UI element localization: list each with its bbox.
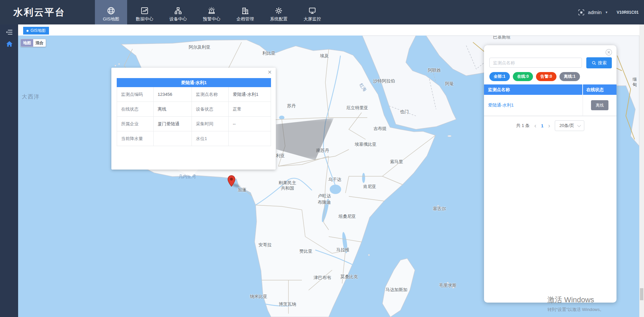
nav-label: GIS地图 [103, 16, 119, 22]
search-button-label: 搜索 [598, 60, 607, 66]
popup-table-row: 所属企业 厦门爱陆通 采集时间 -- [117, 117, 271, 131]
monitor-icon [308, 6, 317, 15]
header-point-name: 监测点名称 [484, 84, 582, 95]
page-scrollbar[interactable] [639, 24, 644, 317]
search-button[interactable]: 搜索 [586, 57, 612, 68]
alarm-icon [207, 6, 216, 15]
filter-online-badge[interactable]: 在线:0 [513, 72, 533, 81]
table-row: 爱陆通-水利1 离线 [484, 95, 616, 116]
chart-icon [140, 6, 149, 15]
breadcrumb-tab-gis[interactable]: GIS地图 [23, 27, 49, 35]
popup-field-value: 正常 [229, 102, 271, 117]
point-state-cell: 离线 [583, 95, 616, 116]
popup-field-label: 采集时间 [192, 117, 229, 131]
nav-item-alert-center[interactable]: 预警中心 [196, 0, 228, 24]
map-type-hybrid-button[interactable]: 混合 [33, 39, 46, 47]
popup-field-label: 水位1 [192, 131, 229, 146]
nav-item-data-center[interactable]: 数据中心 [128, 0, 161, 24]
scrollbar-thumb[interactable] [640, 288, 643, 300]
nav-item-big-screen[interactable]: 大屏监控 [296, 0, 328, 24]
popup-field-label: 所属企业 [117, 117, 154, 131]
popup-field-value: -- [229, 117, 271, 131]
version-label: V10R01C01 [617, 10, 639, 15]
user-name[interactable]: admin [588, 9, 602, 15]
nav-label: 系统配置 [270, 16, 287, 22]
popup-field-value: 爱陆通-水利1 [229, 87, 271, 102]
search-row: 搜索 [489, 57, 612, 68]
page-size-value: 20条/页 [559, 123, 574, 129]
monitor-points-panel: 搜索 全部:1 在线:0 告警:0 离线:1 监测点名称 在线状态 爱陆通-水利… [484, 45, 616, 303]
app-title: 水利云平台 [13, 0, 65, 24]
popup-field-label: 设备状态 [192, 102, 229, 117]
popup-rows: 监测点编码 123456 监测点名称 爱陆通-水利1 在线状态 离线 设备状态 … [117, 87, 271, 146]
breadcrumb-label: GIS地图 [31, 28, 46, 34]
filter-all-badge[interactable]: 全部:1 [489, 72, 510, 81]
pagination: 共 1 条 ‹ 1 › 20条/页 [484, 120, 616, 131]
popup-table: 爱陆通-水利1 监测点编码 123456 监测点名称 爱陆通-水利1 在线状态 … [117, 78, 271, 146]
gear-icon [274, 6, 283, 15]
left-sidebar [0, 24, 18, 317]
status-filters: 全部:1 在线:0 告警:0 离线:1 [489, 72, 580, 81]
nav-label: 企档管理 [236, 16, 254, 22]
point-name-link[interactable]: 爱陆通-水利1 [488, 95, 514, 116]
popup-table-row: 在线状态 离线 设备状态 正常 [117, 102, 271, 117]
page-size-select[interactable]: 20条/页 [555, 120, 584, 131]
tab-dot-icon [26, 30, 29, 32]
next-page-icon[interactable]: › [548, 123, 550, 129]
popup-field-label: 监测点名称 [192, 87, 229, 102]
popup-close-icon[interactable]: × [268, 68, 272, 76]
map-type-map-button[interactable]: 地图 [21, 39, 33, 47]
user-area: admin ▼ V10R01C01 [578, 0, 639, 24]
popup-field-label: 当前降水量 [117, 131, 154, 146]
nav-item-gis-map[interactable]: GIS地图 [95, 0, 127, 24]
user-dropdown-caret-icon[interactable]: ▼ [605, 11, 608, 14]
breadcrumb-strip: GIS地图 [18, 24, 639, 36]
popup-field-value: 离线 [154, 102, 192, 117]
nav-item-archive[interactable]: 企档管理 [229, 0, 261, 24]
map-type-toggle: 地图 混合 [20, 39, 46, 47]
popup-field-label: 在线状态 [117, 102, 154, 117]
popup-title: 爱陆通-水利1 [117, 78, 271, 87]
nav-item-system-config[interactable]: 系统配置 [263, 0, 295, 24]
popup-field-label: 监测点编码 [117, 87, 154, 102]
top-navbar: 水利云平台 GIS地图 数据中心 设备中心 [0, 0, 644, 24]
search-input[interactable] [489, 58, 582, 68]
nav-label: 大屏监控 [304, 16, 321, 22]
device-network-icon [174, 6, 182, 15]
offline-status-badge[interactable]: 离线 [591, 100, 608, 110]
search-icon [592, 61, 596, 65]
main-nav: GIS地图 数据中心 设备中心 预警中心 [95, 0, 328, 24]
gis-platform-page: 水利云平台 GIS地图 数据中心 设备中心 [0, 0, 644, 317]
marker-info-popup: × 爱陆通-水利1 监测点编码 123456 监测点名称 爱陆通-水利1 在线状… [111, 68, 276, 170]
popup-field-value: 123456 [154, 87, 192, 102]
current-page[interactable]: 1 [541, 123, 543, 128]
avatar-icon [578, 9, 585, 16]
home-icon[interactable] [6, 40, 13, 48]
map-marker-pin[interactable] [227, 175, 236, 187]
nav-label: 设备中心 [169, 16, 187, 22]
building-icon [241, 6, 250, 15]
nav-item-device-center[interactable]: 设备中心 [162, 0, 194, 24]
nav-label: 预警中心 [203, 16, 220, 22]
points-table-header: 监测点名称 在线状态 [484, 84, 616, 95]
menu-fold-icon[interactable] [6, 28, 13, 36]
popup-table-row: 监测点编码 123456 监测点名称 爱陆通-水利1 [117, 87, 271, 102]
popup-field-value: 厦门爱陆通 [154, 117, 192, 131]
nav-label: 数据中心 [136, 16, 153, 22]
prev-page-icon[interactable]: ‹ [534, 123, 536, 129]
filter-offline-badge[interactable]: 离线:1 [559, 72, 580, 81]
total-count: 共 1 条 [516, 123, 530, 129]
popup-field-value [229, 131, 271, 146]
globe-icon [107, 6, 115, 15]
panel-close-icon[interactable] [605, 49, 612, 56]
header-online-state: 在线状态 [583, 84, 616, 95]
filter-alarm-badge[interactable]: 告警:0 [536, 72, 556, 81]
popup-table-row: 当前降水量 水位1 [117, 131, 271, 146]
popup-field-value [154, 131, 192, 146]
chevron-down-icon [577, 123, 581, 127]
